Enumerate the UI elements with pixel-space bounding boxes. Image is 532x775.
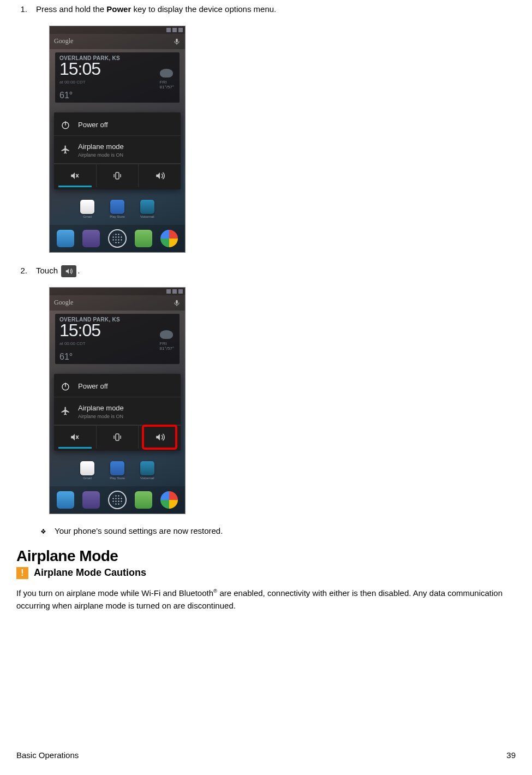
phone-app-icon (57, 230, 74, 247)
chrome-app-icon (160, 230, 178, 247)
weather-cloud-icon (160, 330, 173, 339)
caution-heading: ! Airplane Mode Cautions (16, 567, 516, 579)
airplane-icon (61, 406, 70, 416)
power-off-row: Power off (54, 115, 181, 136)
airplane-row: Airplane mode Airplane mode is ON (54, 397, 181, 425)
screenshot-2: Google OVERLAND PARK, KS 15:05 at 00:00 … (49, 287, 186, 514)
svg-rect-15 (116, 434, 119, 440)
airplane-row: Airplane mode Airplane mode is ON (54, 136, 181, 164)
power-off-label: Power off (78, 121, 108, 129)
sound-on-inline-icon (61, 265, 76, 277)
svg-rect-6 (116, 172, 119, 179)
chrome-app-icon (160, 491, 178, 509)
bullet-icon: ❖ (40, 528, 47, 535)
step-number: 1. (16, 3, 27, 16)
contacts-app-icon (82, 491, 100, 509)
weather-widget: OVERLAND PARK, KS 15:05 at 00:00 CDT 61°… (55, 52, 180, 103)
svg-rect-0 (176, 38, 178, 42)
screenshot-1: Google OVERLAND PARK, KS 15:05 at 00:00 … (49, 26, 186, 253)
weather-cloud-icon (160, 69, 173, 78)
power-off-row: Power off (54, 376, 181, 397)
caution-body: If you turn on airplane mode while Wi-Fi… (16, 587, 516, 612)
airplane-label: Airplane mode (78, 142, 124, 151)
search-label: Google (54, 37, 73, 45)
footer-page: 39 (506, 750, 516, 760)
weather-sub: at 00:00 CDT (59, 80, 175, 85)
status-bar (50, 26, 185, 34)
dock (50, 486, 185, 514)
messaging-app-icon (135, 491, 152, 509)
sound-mode-row (54, 164, 181, 187)
mic-icon (173, 299, 181, 307)
app-row: Gmail Play Store Voicemail (50, 200, 185, 218)
phone-app-icon (57, 491, 74, 509)
sound-icon (139, 426, 181, 449)
messaging-app-icon (135, 230, 152, 247)
weather-widget: OVERLAND PARK, KS 15:05 at 00:00 CDT 61°… (55, 314, 180, 364)
power-menu: Power off Airplane mode Airplane mode is… (54, 374, 181, 451)
vibrate-icon (97, 164, 139, 187)
step-number: 2. (16, 265, 27, 277)
dock (50, 225, 185, 252)
step-2: 2. Touch . (16, 265, 516, 277)
section-heading: Airplane Mode (16, 547, 516, 565)
power-icon (61, 381, 70, 391)
result-note: ❖ Your phone's sound settings are now re… (40, 526, 516, 535)
app-row: Gmail Play Store Voicemail (50, 461, 185, 480)
note-text: Your phone's sound settings are now rest… (55, 526, 223, 535)
mic-icon (173, 38, 181, 45)
mute-icon (54, 426, 97, 449)
vibrate-icon (97, 426, 139, 449)
svg-rect-9 (176, 300, 178, 303)
search-label: Google (54, 299, 73, 307)
apps-drawer-icon (108, 491, 127, 509)
airplane-sub: Airplane mode is ON (78, 152, 124, 158)
contacts-app-icon (82, 230, 100, 247)
sound-icon (139, 164, 181, 187)
step-1-text: Press and hold the Power key to display … (36, 3, 276, 16)
weather-time: 15:05 (59, 60, 175, 78)
airplane-icon (61, 145, 70, 154)
status-bar (50, 288, 185, 295)
footer-section: Basic Operations (16, 750, 79, 760)
weather-temp: 61° (59, 91, 73, 100)
step-2-text: Touch . (36, 265, 80, 277)
apps-drawer-icon (108, 229, 127, 248)
red-highlight-box (142, 425, 177, 450)
weather-day: FRI (160, 80, 174, 85)
search-bar: Google (50, 34, 185, 49)
power-icon (61, 120, 70, 130)
mute-icon (54, 164, 97, 187)
step-1: 1. Press and hold the Power key to displ… (16, 3, 516, 16)
weather-hilo: 81°/57° (160, 85, 174, 90)
power-menu: Power off Airplane mode Airplane mode is… (54, 112, 181, 189)
page-footer: Basic Operations 39 (16, 750, 516, 760)
sound-mode-row (54, 425, 181, 449)
caution-icon: ! (16, 567, 28, 579)
caution-label: Airplane Mode Cautions (34, 567, 146, 579)
search-bar: Google (50, 295, 185, 311)
